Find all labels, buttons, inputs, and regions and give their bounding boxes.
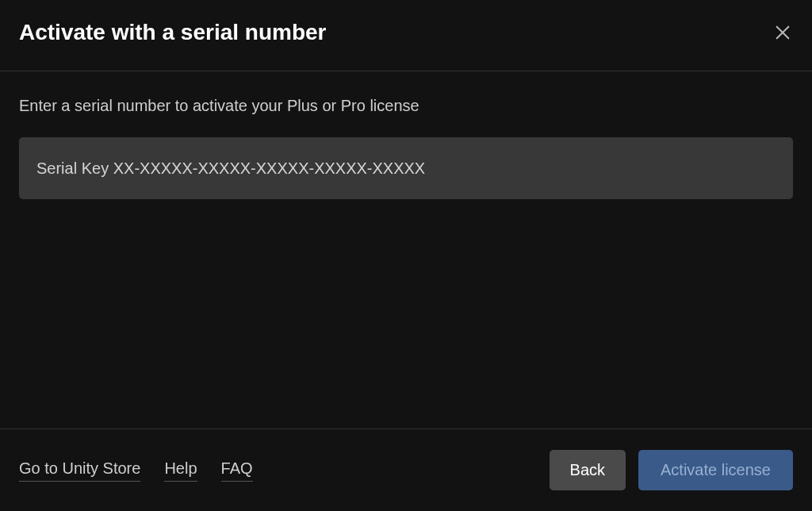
dialog-header: Activate with a serial number bbox=[0, 0, 812, 71]
dialog-content: Enter a serial number to activate your P… bbox=[0, 71, 812, 428]
dialog-title: Activate with a serial number bbox=[19, 20, 326, 45]
faq-link[interactable]: FAQ bbox=[221, 459, 253, 482]
serial-key-input[interactable] bbox=[19, 137, 793, 199]
back-button[interactable]: Back bbox=[550, 450, 626, 490]
unity-store-link[interactable]: Go to Unity Store bbox=[19, 459, 140, 482]
help-link[interactable]: Help bbox=[164, 459, 197, 482]
activate-license-button[interactable]: Activate license bbox=[638, 450, 793, 490]
footer-buttons: Back Activate license bbox=[550, 450, 793, 490]
close-icon[interactable] bbox=[774, 24, 791, 41]
instruction-text: Enter a serial number to activate your P… bbox=[19, 97, 793, 115]
footer-links: Go to Unity Store Help FAQ bbox=[19, 459, 253, 482]
dialog-footer: Go to Unity Store Help FAQ Back Activate… bbox=[0, 428, 812, 511]
